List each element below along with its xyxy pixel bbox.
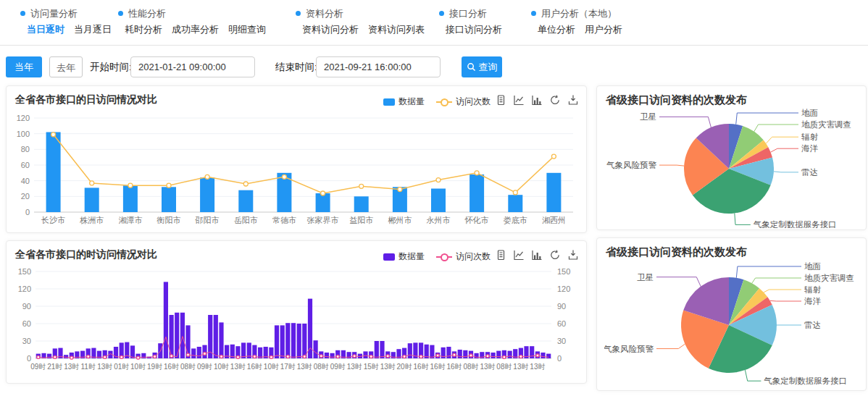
bar-chart-icon[interactable] [531, 94, 543, 106]
bar[interactable] [446, 347, 451, 358]
y-tick-label-right: 0 [557, 354, 562, 363]
nav-item[interactable]: 耗时分析 [125, 23, 162, 36]
nav-item[interactable]: 当月逐日 [74, 23, 112, 36]
pie-label: 海洋 [801, 144, 819, 153]
nav-item[interactable]: 成功率分析 [172, 23, 219, 36]
download-icon[interactable] [567, 249, 579, 261]
x-tick-label: 娄底市 [504, 216, 527, 224]
pie1-canvas[interactable]: 地面地质灾害调查辐射海洋雷达气象定制数据服务接口气象风险预警卫星 [604, 106, 860, 231]
nav-item[interactable]: 明细查询 [228, 23, 266, 36]
bar[interactable] [375, 341, 379, 358]
start-time-input[interactable] [130, 56, 255, 77]
bar[interactable] [496, 351, 501, 358]
pie-label: 地面 [804, 262, 821, 271]
pie-label-line [735, 214, 751, 225]
line-chart-icon[interactable] [513, 94, 525, 106]
x-tick-label: 郴州市 [388, 216, 412, 224]
nav-item[interactable]: 单位分析 [538, 23, 575, 36]
bar[interactable] [363, 351, 367, 358]
legend-item[interactable]: 访问次数 [436, 250, 491, 263]
bar[interactable] [354, 196, 369, 212]
bar[interactable] [325, 353, 329, 358]
bar[interactable] [470, 174, 484, 212]
bar[interactable] [275, 325, 279, 358]
refresh-icon[interactable] [549, 94, 561, 106]
bar[interactable] [280, 325, 285, 358]
bar[interactable] [85, 188, 99, 212]
end-time-input[interactable] [316, 56, 441, 77]
bar[interactable] [241, 342, 246, 358]
line-marker [486, 355, 489, 358]
x-tick-label: 13时 [64, 363, 79, 371]
nav-item[interactable]: 当日逐时 [27, 23, 64, 36]
bar[interactable] [64, 355, 68, 358]
y-tick-label: 120 [17, 114, 30, 122]
line-marker [513, 190, 517, 195]
download-icon[interactable] [567, 94, 579, 106]
data-view-icon[interactable] [495, 94, 506, 106]
last-year-button[interactable]: 去年 [49, 56, 83, 77]
bar[interactable] [197, 347, 201, 358]
pie-label: 气象风险预警 [606, 161, 657, 169]
nav-item[interactable]: 资料访问分析 [302, 23, 359, 36]
line-marker [386, 355, 389, 358]
nav-item[interactable]: 接口访问分析 [446, 23, 502, 36]
legend-item[interactable]: 数据量 [383, 96, 425, 108]
bar[interactable] [162, 187, 176, 212]
bar[interactable] [214, 315, 218, 358]
search-icon [467, 62, 476, 72]
bar[interactable] [541, 353, 545, 358]
x-tick-label: 09时 [330, 363, 346, 371]
legend-item[interactable]: 访问次数 [436, 96, 491, 108]
bar[interactable] [302, 324, 306, 358]
bar[interactable] [238, 190, 253, 212]
bar[interactable] [408, 343, 412, 358]
bar[interactable] [314, 340, 318, 358]
bar[interactable] [297, 324, 301, 358]
bar[interactable] [508, 195, 522, 212]
hourly-chart-canvas[interactable]: 0030306060909012012015015009时21时13时11时13… [9, 266, 583, 384]
bar[interactable] [546, 354, 551, 358]
bar[interactable] [330, 353, 335, 358]
legend-item[interactable]: 数据量 [383, 250, 425, 263]
this-year-button[interactable]: 当年 [6, 56, 42, 77]
bar[interactable] [508, 351, 512, 358]
line-marker [353, 355, 356, 358]
nav-item[interactable]: 用户分析 [585, 23, 622, 36]
y-tick-label-right: 120 [557, 285, 570, 293]
bar[interactable] [164, 282, 168, 358]
line-marker [236, 355, 239, 358]
bar[interactable] [316, 193, 330, 212]
bar[interactable] [546, 173, 561, 212]
pie-label: 海洋 [804, 297, 822, 306]
nav-group: 性能分析耗时分析成功率分析明细查询 [118, 7, 275, 36]
x-tick-label: 13时 [530, 363, 545, 371]
refresh-icon[interactable] [549, 249, 561, 261]
nav-group-items: 单位分析用户分析 [538, 23, 632, 36]
line-chart-icon[interactable] [513, 249, 525, 261]
line-marker [54, 355, 57, 358]
nav-item[interactable]: 资料访问列表 [368, 23, 425, 36]
bar[interactable] [431, 189, 446, 213]
bar[interactable] [463, 350, 467, 358]
bar[interactable] [458, 350, 462, 358]
bar[interactable] [123, 185, 138, 212]
filter-bar: 当年 去年 开始时间: 结束时间: 查询 [0, 56, 868, 78]
daily-chart-canvas[interactable]: 020406080100120长沙市株洲市湘潭市衡阳市邵阳市岳阳市常德市张家界市… [9, 112, 583, 234]
legend-bar-swatch [383, 253, 395, 261]
bar[interactable] [200, 177, 214, 212]
bar[interactable] [491, 353, 496, 358]
bar[interactable] [46, 132, 61, 213]
bar[interactable] [202, 345, 206, 358]
bar[interactable] [219, 322, 223, 358]
pie2-canvas[interactable]: 地面地质灾害调查辐射海洋雷达气象定制数据服务接口气象风险预警卫星 [604, 258, 860, 392]
search-button[interactable]: 查询 [462, 56, 502, 77]
bar[interactable] [291, 323, 296, 358]
bar[interactable] [191, 348, 196, 358]
bar-chart-icon[interactable] [531, 249, 543, 261]
top-navigation: 访问量分析当日逐时当月逐日性能分析耗时分析成功率分析明细查询资料分析资料访问分析… [0, 7, 868, 43]
bar[interactable] [380, 341, 384, 358]
bar[interactable] [285, 323, 290, 358]
data-view-icon[interactable] [495, 249, 506, 261]
bar[interactable] [475, 353, 479, 358]
